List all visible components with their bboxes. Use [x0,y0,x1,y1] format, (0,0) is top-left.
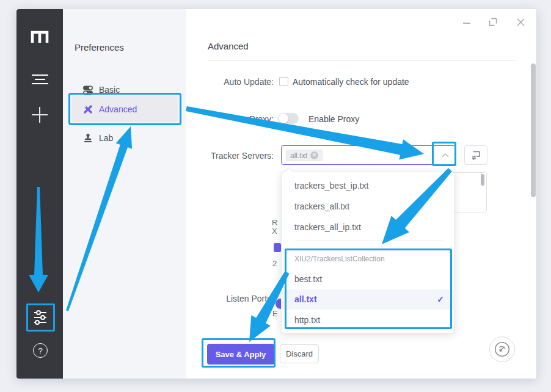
chevron-up-icon [440,151,450,161]
dropdown-item[interactable]: http.txt [282,310,454,330]
nav-item-label: Lab [99,133,113,143]
page-title: Advanced [208,41,249,51]
save-apply-button[interactable]: Save & Apply [207,344,274,365]
close-icon [516,18,525,27]
dropdown-item[interactable]: best.txt [282,269,454,289]
nav-item-label: Basic [99,85,120,95]
help-icon[interactable]: ? [32,343,48,358]
discard-button[interactable]: Discard [280,344,319,363]
tag-label: all.txt [290,151,307,160]
tools-icon [82,104,93,115]
clipped-text-fragment: 2 [272,259,277,268]
maximize-button[interactable] [486,15,500,29]
speed-limit-button[interactable] [489,336,515,362]
task-list-icon[interactable] [31,73,48,86]
page-scrollbar[interactable] [531,64,536,197]
clipped-text-fragment: X [272,227,277,236]
maximize-icon [489,18,497,26]
preferences-icon[interactable] [32,309,48,326]
dropdown-group-label: XIU2/TrackersListCollection [294,253,385,264]
tracker-servers-label: Tracker Servers: [189,151,274,161]
tag-remove-icon[interactable]: ✕ [310,151,318,159]
textarea-scrollbar[interactable] [481,174,484,186]
preferences-nav-panel: Preferences Basic Advanced [63,9,186,379]
title-divider [208,60,516,61]
toggle-knob [279,114,288,123]
nav-item-lab[interactable]: Lab [71,125,178,151]
app-background: ? Preferences Basic [0,0,551,392]
listen-ports-label: Listen Ports: [213,294,274,303]
auto-update-checkbox-label: Automatically check for update [293,77,409,87]
nav-item-label: Advanced [99,104,137,114]
clipped-text-fragment: R [272,218,277,227]
tracker-dropdown: trackers_best_ip.txt trackers_all.txt tr… [281,172,454,333]
motrix-preferences-window: ? Preferences Basic [16,9,536,379]
minimize-button[interactable] [459,15,474,30]
auto-update-label: Auto Update: [189,77,274,87]
add-task-icon[interactable] [31,106,48,124]
proxy-toggle-label: Enable Proxy [308,114,359,124]
minimize-icon [462,18,471,27]
tracker-servers-select[interactable]: all.txt ✕ [281,145,456,165]
dropdown-item[interactable]: trackers_all.txt [282,196,454,217]
close-button[interactable] [513,15,528,29]
clipped-text-fragment: E [272,309,278,318]
toggles-icon [82,84,93,95]
dropdown-item-selected[interactable]: all.txt [282,289,454,310]
motrix-logo [29,29,50,46]
preferences-panel-title: Preferences [75,42,124,53]
app-sidebar: ? [16,9,63,379]
proxy-toggle[interactable] [278,113,299,124]
proxy-label: Proxy: [189,114,274,124]
dropdown-divider [294,241,443,241]
clipped-checkbox-fragment [274,243,281,252]
speedometer-icon [494,341,510,357]
sync-icon [470,150,481,161]
auto-update-checkbox[interactable] [279,77,288,86]
help-glyph: ? [38,346,42,355]
collapse-dropdown-button[interactable] [438,149,453,162]
dropdown-item[interactable]: trackers_all_ip.txt [282,217,454,238]
nav-item-advanced[interactable]: Advanced [71,96,178,122]
check-icon: ✓ [437,289,444,310]
sync-tracker-list-button[interactable] [464,145,487,165]
selected-tracker-tag: all.txt ✕ [286,150,323,161]
stamp-icon [82,132,93,143]
dropdown-item[interactable]: trackers_best_ip.txt [282,175,454,196]
